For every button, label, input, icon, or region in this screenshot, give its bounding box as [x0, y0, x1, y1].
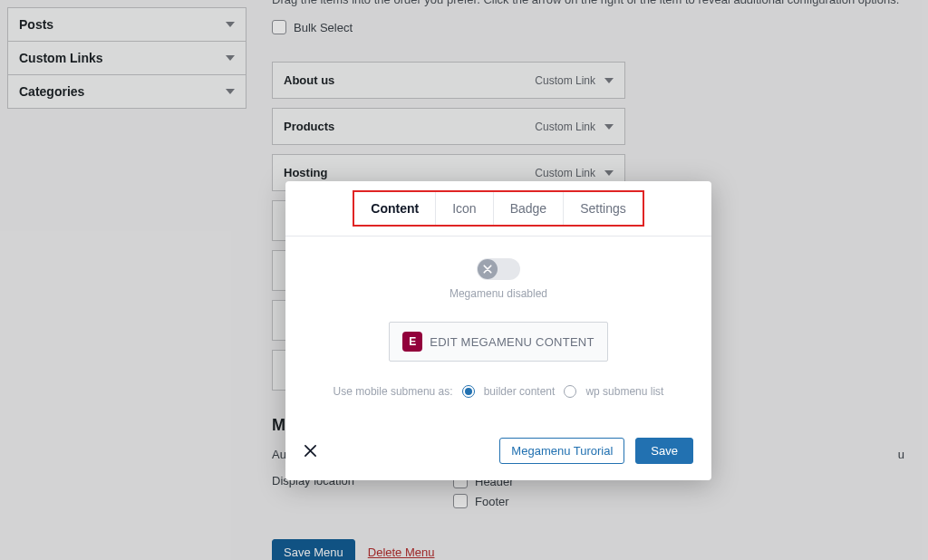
- modal-tabs: Content Icon Badge Settings: [353, 190, 643, 227]
- mobile-submenu-wp-radio[interactable]: [564, 385, 576, 398]
- megamenu-toggle[interactable]: [477, 258, 520, 280]
- mobile-submenu-builder-label: builder content: [484, 385, 556, 398]
- modal-save-button[interactable]: Save: [635, 438, 693, 464]
- elementor-icon: E: [402, 332, 422, 352]
- tab-content[interactable]: Content: [354, 192, 436, 225]
- tab-badge[interactable]: Badge: [494, 192, 564, 225]
- edit-megamenu-label: EDIT MEGAMENU CONTENT: [430, 335, 594, 349]
- megamenu-toggle-label: Megamenu disabled: [450, 287, 547, 300]
- edit-megamenu-content-button[interactable]: E EDIT MEGAMENU CONTENT: [389, 322, 607, 362]
- tab-settings[interactable]: Settings: [564, 192, 643, 225]
- megamenu-tutorial-button[interactable]: Megamenu Turorial: [499, 438, 624, 464]
- megamenu-modal: Content Icon Badge Settings Megamenu dis…: [285, 181, 711, 480]
- tab-icon[interactable]: Icon: [436, 192, 493, 225]
- mobile-submenu-wp-label: wp submenu list: [585, 385, 663, 398]
- close-icon: [304, 444, 317, 458]
- mobile-submenu-row: Use mobile submenu as: builder content w…: [304, 385, 693, 398]
- mobile-submenu-label: Use mobile submenu as:: [334, 385, 453, 398]
- modal-close-button[interactable]: [304, 444, 317, 458]
- mobile-submenu-builder-radio[interactable]: [462, 385, 475, 398]
- close-icon: [482, 264, 493, 275]
- toggle-knob: [478, 259, 498, 279]
